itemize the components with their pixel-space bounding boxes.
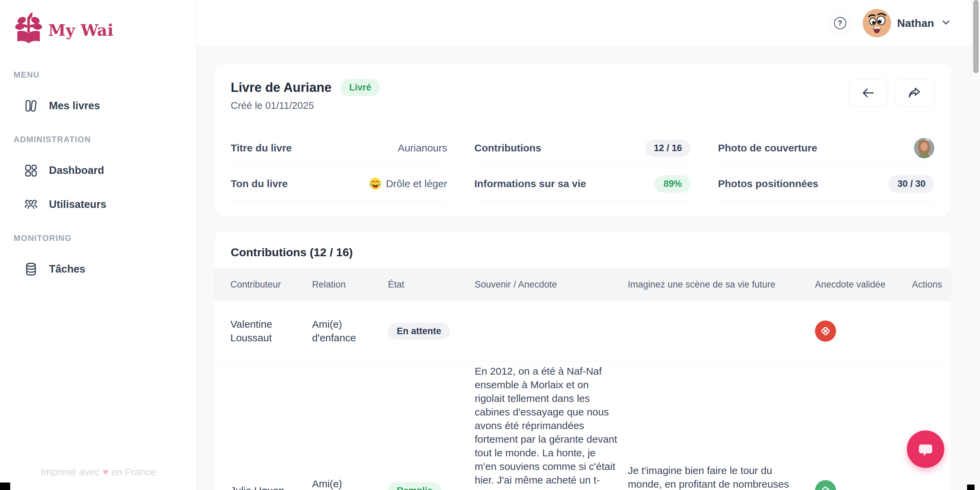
table-row: Valentine Loussaut Ami(e) d'enfance En a… (215, 301, 951, 361)
contributions-heading: Contributions (12 / 16) (215, 246, 951, 259)
laughing-emoji-icon (369, 177, 382, 190)
screen-artifact (0, 482, 10, 490)
anecdote-approved-icon (815, 480, 836, 490)
stat-label: Photo de couverture (718, 142, 817, 154)
sidebar-item-mes-livres[interactable]: Mes livres (14, 98, 183, 114)
col-anecdote-validee: Anecdote validée (815, 269, 912, 301)
col-etat: État (388, 269, 475, 301)
col-scene-future: Imaginez une scène de sa vie future (628, 269, 815, 301)
cell-actions (912, 301, 951, 361)
sidebar-item-label: Tâches (49, 263, 86, 275)
plant-book-logo-icon (14, 11, 43, 49)
col-souvenir: Souvenir / Anecdote (475, 269, 628, 301)
main-area: ? Nathan (197, 0, 972, 490)
question-icon: ? (834, 17, 846, 29)
stat-label: Contributions (474, 142, 541, 154)
share-button[interactable] (894, 79, 934, 107)
cell-status-badge: Remplie (388, 482, 441, 490)
page-scrollbar[interactable] (972, 0, 980, 490)
contributions-table: Contributeur Relation État Souvenir / An… (215, 269, 951, 490)
help-button[interactable]: ? (829, 12, 851, 34)
stat-contributions: Contributions 12 / 16 (474, 130, 691, 166)
sidebar-section-administration: ADMINISTRATION (14, 135, 183, 144)
cover-photo-thumbnail (914, 138, 934, 158)
arrow-left-icon (861, 86, 875, 100)
stat-photos-positionnees: Photos positionnées 30 / 30 (718, 166, 934, 202)
cell-status-badge: En attente (388, 323, 450, 340)
chat-widget-button[interactable] (907, 430, 944, 468)
contributions-card: Contributions (12 / 16) Contributeur Rel… (215, 231, 951, 490)
database-icon (23, 261, 39, 277)
table-header-row: Contributeur Relation État Souvenir / An… (215, 269, 951, 301)
table-row: Julie Uguen Ami(e) d'enfance Remplie En … (215, 361, 951, 490)
chevron-down-icon (940, 17, 952, 30)
chat-bubble-icon (915, 439, 936, 460)
stat-value: Drôle et léger (386, 178, 447, 189)
footer-text-post: en France (111, 466, 156, 477)
share-arrow-icon (907, 86, 922, 100)
user-name: Nathan (897, 17, 934, 30)
stat-label: Titre du livre (231, 142, 292, 154)
made-in-france-footer: Imprimé avec ♥ en France (0, 466, 196, 478)
brand-logo[interactable]: My Wai (14, 11, 183, 49)
sidebar-item-label: Mes livres (49, 100, 100, 112)
sidebar-item-taches[interactable]: Tâches (14, 261, 183, 277)
app-window: My Wai MENU Mes livres ADMINISTRATION Da… (0, 0, 972, 490)
stat-label: Informations sur sa vie (474, 178, 586, 189)
scrollbar-thumb[interactable] (973, 0, 978, 73)
col-relation: Relation (312, 269, 388, 301)
dashboard-grid-icon (23, 163, 39, 178)
sidebar-item-dashboard[interactable]: Dashboard (14, 163, 183, 178)
col-actions: Actions (912, 269, 951, 301)
stat-ton-du-livre: Ton du livre Drôle et lé (231, 166, 447, 202)
cell-relation: Ami(e) d'enfance (312, 301, 388, 361)
cartoon-face-avatar-icon (862, 9, 891, 37)
book-stats: Titre du livre Aurianours Contributions … (231, 130, 934, 202)
sidebar-item-label: Dashboard (49, 164, 104, 177)
sidebar: My Wai MENU Mes livres ADMINISTRATION Da… (0, 0, 197, 490)
topbar: ? Nathan (197, 0, 972, 47)
cell-future (628, 301, 815, 361)
status-badge: Livré (340, 79, 380, 96)
col-contributeur: Contributeur (215, 269, 312, 301)
cell-contributor: Julie Uguen (215, 361, 312, 490)
books-icon (23, 98, 39, 114)
back-button[interactable] (848, 79, 888, 107)
page-title: Livre de Auriane (231, 80, 331, 95)
heart-icon: ♥ (103, 466, 108, 477)
stat-photo-couverture: Photo de couverture (718, 130, 934, 166)
users-icon (23, 197, 39, 212)
stat-value: Aurianours (398, 142, 447, 154)
footer-text-pre: Imprimé avec (41, 466, 100, 477)
sidebar-item-label: Utilisateurs (49, 198, 107, 211)
stat-label: Photos positionnées (718, 178, 818, 189)
cell-contributor: Valentine Loussaut (215, 301, 312, 361)
brand-name: My Wai (48, 21, 114, 40)
stat-titre-du-livre: Titre du livre Aurianours (231, 130, 447, 166)
cell-anecdote: En 2012, on a été à Naf-Naf ensemble à M… (475, 361, 628, 490)
sidebar-section-menu: MENU (14, 70, 183, 80)
book-summary-card: Livre de Auriane Livré Créé le 01/11/202… (215, 64, 951, 216)
sidebar-item-utilisateurs[interactable]: Utilisateurs (14, 197, 183, 212)
stat-value-pill: 30 / 30 (888, 175, 934, 192)
anecdote-rejected-icon (815, 321, 836, 342)
cell-relation: Ami(e) d'enfance (312, 361, 388, 490)
sidebar-section-monitoring: MONITORING (14, 234, 183, 243)
cell-future: Je t'imagine bien faire le tour du monde… (628, 361, 815, 490)
cell-anecdote (475, 301, 628, 361)
screen-artifact (967, 485, 975, 490)
stat-label: Ton du livre (231, 178, 288, 189)
user-menu[interactable]: Nathan (862, 9, 952, 37)
stat-informations-vie: Informations sur sa vie 89% (474, 166, 691, 202)
stat-value-pill: 12 / 16 (645, 140, 691, 156)
cell-actions (912, 361, 951, 490)
stat-value-pill: 89% (655, 175, 691, 192)
user-avatar (862, 9, 891, 37)
page-content: Livre de Auriane Livré Créé le 01/11/202… (197, 47, 972, 490)
created-date: Créé le 01/11/2025 (231, 100, 380, 111)
